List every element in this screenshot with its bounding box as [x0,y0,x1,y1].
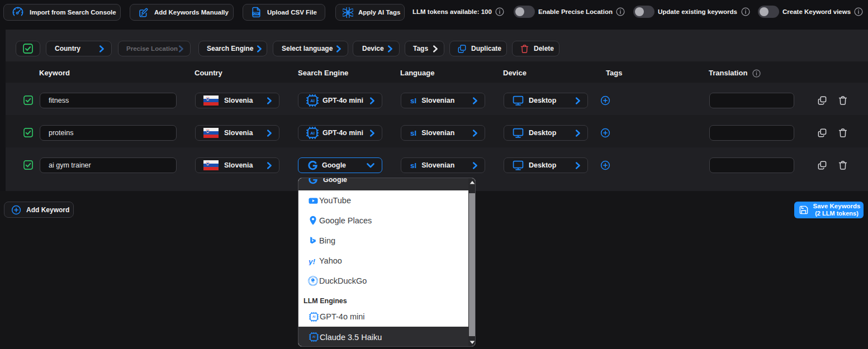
svg-text:AI: AI [310,98,315,103]
svg-text:AI: AI [310,131,315,136]
svg-text:AI: AI [312,315,316,318]
svg-text:CSV: CSV [253,12,259,15]
svg-text:y!: y! [308,257,316,265]
svg-text:AI: AI [312,335,316,338]
